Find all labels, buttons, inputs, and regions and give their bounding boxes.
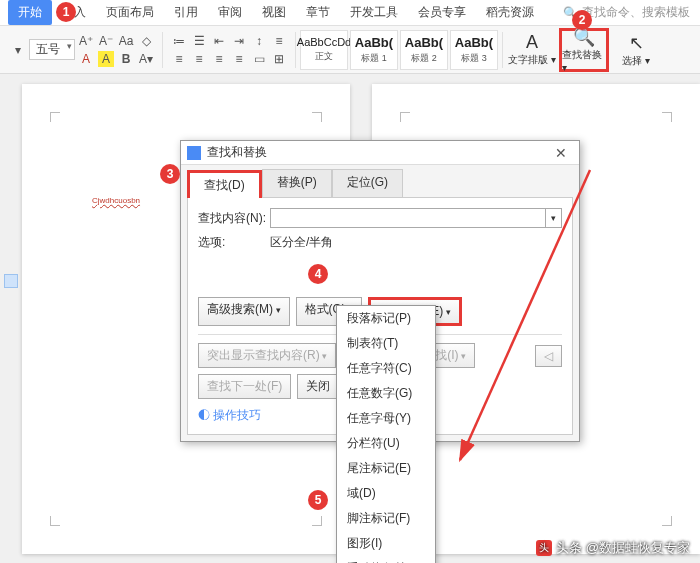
app-icon bbox=[187, 146, 201, 160]
align-left-icon[interactable]: ≡ bbox=[171, 51, 187, 67]
find-prev-button[interactable]: ◁ bbox=[535, 345, 562, 367]
tab-start[interactable]: 开始 bbox=[8, 0, 52, 25]
align-justify-icon[interactable]: ≡ bbox=[231, 51, 247, 67]
menu-manual-linebreak[interactable]: 手动换行符(L) bbox=[337, 556, 435, 563]
text-layout-icon: A bbox=[526, 32, 538, 53]
grow-font-icon[interactable]: A⁺ bbox=[78, 33, 94, 49]
tab-review[interactable]: 审阅 bbox=[208, 0, 252, 25]
paste-icon[interactable]: ▾ bbox=[10, 42, 26, 58]
clear-format-icon[interactable]: ◇ bbox=[138, 33, 154, 49]
shrink-font-icon[interactable]: A⁻ bbox=[98, 33, 114, 49]
menu-column-break[interactable]: 分栏符(U) bbox=[337, 431, 435, 456]
watermark-text: 头条 @数据蛙恢复专家 bbox=[556, 539, 690, 557]
watermark-icon: 头 bbox=[536, 540, 552, 556]
callout-1: 1 bbox=[56, 2, 76, 22]
find-history-dropdown[interactable]: ▾ bbox=[546, 208, 562, 228]
bold-icon[interactable]: B bbox=[118, 51, 134, 67]
change-case-icon[interactable]: Aa bbox=[118, 33, 134, 49]
sort-icon[interactable]: ↕ bbox=[251, 33, 267, 49]
dialog-tab-goto[interactable]: 定位(G) bbox=[332, 169, 403, 197]
select-button[interactable]: ↖ 选择 ▾ bbox=[611, 28, 661, 72]
style-h1[interactable]: AaBb(标题 1 bbox=[350, 30, 398, 70]
section-marker[interactable] bbox=[4, 274, 18, 288]
advanced-search-button[interactable]: 高级搜索(M) bbox=[198, 297, 290, 326]
numbering-icon[interactable]: ☰ bbox=[191, 33, 207, 49]
shading-icon[interactable]: ▭ bbox=[251, 51, 267, 67]
paragraph-group: ≔ ☰ ⇤ ⇥ ↕ ≡ ≡ ≡ ≡ ≡ ▭ ⊞ bbox=[167, 33, 291, 67]
find-label: 查找内容(N): bbox=[198, 210, 270, 227]
dialog-titlebar[interactable]: 查找和替换 ✕ bbox=[181, 141, 579, 165]
menu-any-char[interactable]: 任意字符(C) bbox=[337, 356, 435, 381]
style-gallery[interactable]: AaBbCcDd正文 AaBb(标题 1 AaBb(标题 2 AaBb(标题 3 bbox=[300, 30, 498, 70]
menu-footnote-mark[interactable]: 脚注标记(F) bbox=[337, 506, 435, 531]
indent-dec-icon[interactable]: ⇤ bbox=[211, 33, 227, 49]
find-replace-button[interactable]: 🔍 查找替换 ▾ bbox=[559, 28, 609, 72]
highlight-icon[interactable]: A bbox=[98, 51, 114, 67]
tab-reference[interactable]: 引用 bbox=[164, 0, 208, 25]
font-size-select[interactable]: 五号 bbox=[29, 39, 75, 60]
menu-field[interactable]: 域(D) bbox=[337, 481, 435, 506]
special-format-menu: 段落标记(P) 制表符(T) 任意字符(C) 任意数字(G) 任意字母(Y) 分… bbox=[336, 305, 436, 563]
callout-3: 3 bbox=[160, 164, 180, 184]
menu-para-mark[interactable]: 段落标记(P) bbox=[337, 306, 435, 331]
options-value: 区分全/半角 bbox=[270, 234, 333, 251]
line-spacing-icon[interactable]: ≡ bbox=[271, 33, 287, 49]
callout-5: 5 bbox=[308, 490, 328, 510]
menu-any-letter[interactable]: 任意字母(Y) bbox=[337, 406, 435, 431]
align-right-icon[interactable]: ≡ bbox=[211, 51, 227, 67]
font-color-icon[interactable]: A bbox=[78, 51, 94, 67]
menu-endnote-mark[interactable]: 尾注标记(E) bbox=[337, 456, 435, 481]
options-label: 选项: bbox=[198, 234, 270, 251]
tab-view[interactable]: 视图 bbox=[252, 0, 296, 25]
menu-graphic[interactable]: 图形(I) bbox=[337, 531, 435, 556]
style-normal[interactable]: AaBbCcDd正文 bbox=[300, 30, 348, 70]
close-button[interactable]: 关闭 bbox=[297, 374, 339, 399]
callout-4: 4 bbox=[308, 264, 328, 284]
font-group: ▾ 五号 A⁺ A⁻ Aa ◇ A A B A▾ bbox=[6, 33, 158, 67]
tab-chapter[interactable]: 章节 bbox=[296, 0, 340, 25]
find-input[interactable] bbox=[270, 208, 546, 228]
dialog-title: 查找和替换 bbox=[207, 144, 267, 161]
menubar: 开始 插入 页面布局 引用 审阅 视图 章节 开发工具 会员专享 稻壳资源 🔍 … bbox=[0, 0, 700, 26]
dialog-close-button[interactable]: ✕ bbox=[549, 145, 573, 161]
dialog-tab-replace[interactable]: 替换(P) bbox=[262, 169, 332, 197]
highlight-results-button[interactable]: 突出显示查找内容(R) bbox=[198, 343, 336, 368]
ribbon: ▾ 五号 A⁺ A⁻ Aa ◇ A A B A▾ ≔ ☰ ⇤ ⇥ bbox=[0, 26, 700, 74]
borders-icon[interactable]: ⊞ bbox=[271, 51, 287, 67]
find-next-button[interactable]: 查找下一处(F) bbox=[198, 374, 291, 399]
bullets-icon[interactable]: ≔ bbox=[171, 33, 187, 49]
tab-member[interactable]: 会员专享 bbox=[408, 0, 476, 25]
style-h3[interactable]: AaBb(标题 3 bbox=[450, 30, 498, 70]
dialog-tabs: 查找(D) 替换(P) 定位(G) bbox=[181, 165, 579, 197]
callout-2: 2 bbox=[572, 10, 592, 30]
page1-text: Cjwdhcuosbn bbox=[92, 196, 140, 205]
watermark: 头 头条 @数据蛙恢复专家 bbox=[536, 539, 690, 557]
indent-inc-icon[interactable]: ⇥ bbox=[231, 33, 247, 49]
align-center-icon[interactable]: ≡ bbox=[191, 51, 207, 67]
text-layout-button[interactable]: A 文字排版 ▾ bbox=[507, 28, 557, 72]
tab-res[interactable]: 稻壳资源 bbox=[476, 0, 544, 25]
tab-layout[interactable]: 页面布局 bbox=[96, 0, 164, 25]
dialog-tab-find[interactable]: 查找(D) bbox=[187, 170, 262, 198]
search-placeholder: 查找命令、搜索模板 bbox=[582, 4, 690, 21]
select-icon: ↖ bbox=[629, 32, 644, 54]
tab-dev[interactable]: 开发工具 bbox=[340, 0, 408, 25]
menu-any-digit[interactable]: 任意数字(G) bbox=[337, 381, 435, 406]
menu-tab[interactable]: 制表符(T) bbox=[337, 331, 435, 356]
style-h2[interactable]: AaBb(标题 2 bbox=[400, 30, 448, 70]
more-font-icon[interactable]: A▾ bbox=[138, 51, 154, 67]
